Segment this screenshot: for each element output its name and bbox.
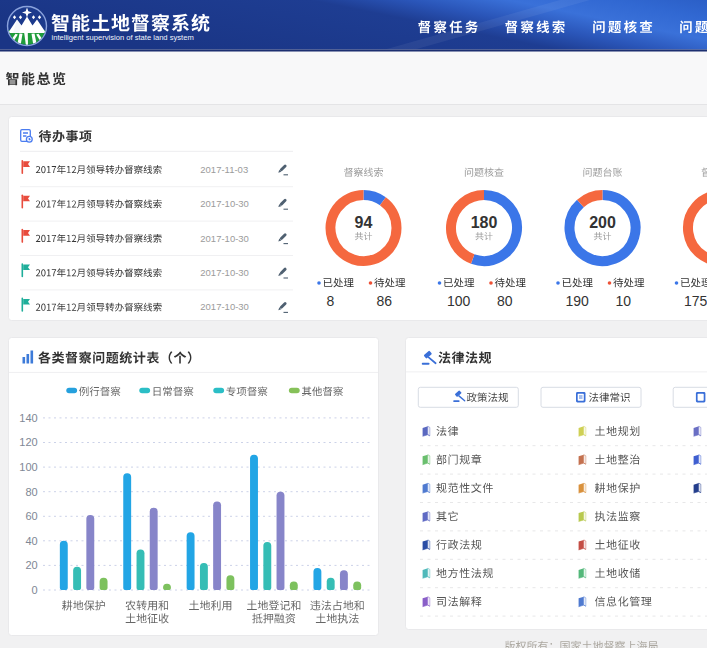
svg-text:2017-11-03: 2017-11-03 (200, 164, 248, 175)
svg-text:100: 100 (19, 461, 37, 473)
svg-text:120: 120 (19, 436, 37, 448)
svg-text:20: 20 (25, 559, 37, 571)
svg-text:0: 0 (32, 584, 38, 596)
svg-text:100: 100 (447, 293, 471, 309)
svg-text:175: 175 (684, 293, 707, 309)
svg-text:140: 140 (19, 412, 37, 424)
svg-text:intelligent supervision of sta: intelligent supervision of state land sy… (52, 33, 194, 42)
svg-text:8: 8 (327, 293, 335, 309)
svg-text:80: 80 (497, 293, 513, 309)
svg-text:94: 94 (355, 214, 373, 231)
svg-text:86: 86 (377, 293, 393, 309)
svg-text:2017-10-30: 2017-10-30 (200, 267, 249, 278)
svg-text:190: 190 (566, 293, 590, 309)
svg-text:180: 180 (471, 214, 498, 231)
svg-text:200: 200 (589, 214, 616, 231)
svg-text:2017-10-30: 2017-10-30 (200, 198, 249, 209)
svg-text:40: 40 (25, 535, 37, 547)
svg-text:2017-10-30: 2017-10-30 (200, 301, 249, 312)
svg-text:10: 10 (616, 293, 632, 309)
svg-text:2017-10-30: 2017-10-30 (200, 233, 249, 244)
svg-text:60: 60 (25, 510, 37, 522)
svg-text:80: 80 (25, 486, 37, 498)
